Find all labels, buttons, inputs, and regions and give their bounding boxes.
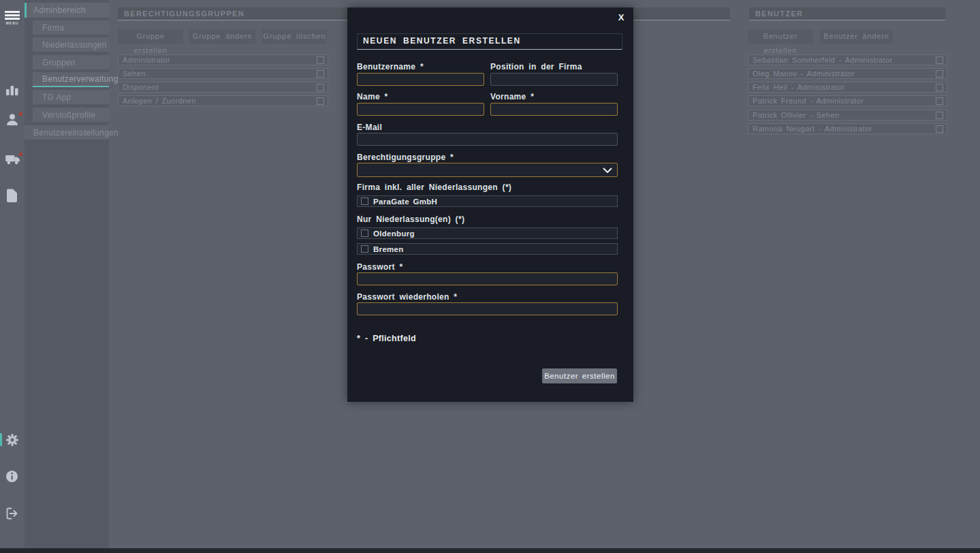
user-row-label: Sebastian Sommerfeld - Administrator bbox=[753, 56, 893, 64]
nav-item-label: Verstoßprofile bbox=[42, 110, 95, 120]
password-repeat-field[interactable] bbox=[357, 302, 618, 315]
group-row-label: Sehen bbox=[123, 69, 146, 78]
user-row-label: Patrick Freund - Administrator bbox=[753, 97, 864, 105]
edit-group-button[interactable]: Gruppe ändern bbox=[189, 29, 255, 44]
nav-item-label: Benutzerverwaltung bbox=[42, 74, 118, 84]
position-field[interactable] bbox=[490, 73, 618, 86]
nav-item-label: Benutzereinstellungen bbox=[33, 128, 118, 138]
nav-item-label: Adminbereich bbox=[33, 5, 86, 15]
username-field[interactable] bbox=[357, 73, 484, 86]
password-field[interactable] bbox=[357, 272, 618, 285]
icon-rail: MENU bbox=[0, 0, 25, 553]
nav-item-firma[interactable]: Firma bbox=[33, 20, 109, 35]
group-row-checkbox[interactable] bbox=[317, 57, 324, 64]
user-row-checkbox[interactable] bbox=[936, 112, 943, 119]
permission-group-select[interactable] bbox=[357, 163, 618, 177]
menu-button[interactable]: MENU bbox=[5, 11, 20, 25]
checkbox-label: ParaGate GmbH bbox=[373, 196, 437, 207]
hamburger-icon bbox=[5, 11, 20, 20]
email-label: E-Mail bbox=[357, 123, 382, 132]
user-row[interactable]: Sebastian Sommerfeld - Administrator bbox=[748, 54, 947, 65]
truck-notification-badge bbox=[19, 153, 22, 156]
group-row-label: Anlegen / Zuordnen bbox=[123, 97, 196, 105]
bar-chart-icon[interactable] bbox=[5, 83, 20, 98]
modal-title: NEUEN BENUTZER ERSTELLEN bbox=[357, 33, 622, 50]
info-icon[interactable] bbox=[5, 470, 20, 485]
nav-item-adminbereich[interactable]: Adminbereich bbox=[25, 3, 109, 18]
group-row[interactable]: Disponent bbox=[118, 82, 328, 93]
group-row[interactable]: Sehen bbox=[118, 68, 328, 79]
username-label: Benutzername * bbox=[357, 62, 424, 72]
create-user-modal: X NEUEN BENUTZER ERSTELLEN Benutzername … bbox=[347, 7, 633, 402]
group-row-checkbox[interactable] bbox=[317, 84, 324, 91]
user-icon[interactable] bbox=[5, 113, 20, 128]
email-field[interactable] bbox=[357, 133, 618, 146]
nav-item-benutzerverwaltung[interactable]: Benutzerverwaltung bbox=[33, 72, 109, 87]
document-icon[interactable] bbox=[5, 189, 20, 204]
checkbox[interactable] bbox=[361, 198, 368, 205]
admin-nav: Adminbereich Firma Niederlassungen Grupp… bbox=[25, 0, 109, 553]
user-row-checkbox[interactable] bbox=[936, 84, 943, 91]
firstname-field[interactable] bbox=[490, 103, 618, 116]
nav-item-label: Niederlassungen bbox=[42, 40, 107, 50]
user-row[interactable]: Oleg Manov - Administrator bbox=[748, 68, 947, 79]
close-icon[interactable]: X bbox=[618, 12, 625, 22]
nav-item-gruppen[interactable]: Gruppen bbox=[33, 55, 109, 69]
checkbox[interactable] bbox=[361, 245, 368, 253]
logout-icon[interactable] bbox=[5, 507, 20, 522]
user-row[interactable]: Patrick Freund - Administrator bbox=[748, 95, 947, 106]
delete-group-button[interactable]: Gruppe löschen bbox=[262, 29, 327, 44]
group-row-label: Administrator bbox=[123, 56, 170, 64]
branch-option-oldenburg[interactable]: Oldenburg bbox=[357, 227, 618, 239]
branch-option-bremen[interactable]: Bremen bbox=[357, 243, 618, 255]
password-label: Passwort * bbox=[357, 262, 402, 272]
edit-user-button[interactable]: Benutzer ändern bbox=[820, 29, 893, 44]
user-row-checkbox[interactable] bbox=[936, 57, 943, 64]
nav-item-label: TG App bbox=[42, 93, 72, 102]
group-row-checkbox[interactable] bbox=[317, 97, 324, 105]
user-row-label: Patrick Ollivier - Sehen bbox=[753, 111, 839, 119]
nav-item-label: Firma bbox=[42, 23, 64, 33]
nav-item-tg-app[interactable]: TG App bbox=[33, 90, 109, 104]
bottom-bar bbox=[0, 548, 980, 553]
menu-label: MENU bbox=[5, 21, 20, 25]
nav-item-label: Gruppen bbox=[42, 58, 76, 67]
group-row-label: Disponent bbox=[123, 83, 159, 91]
firstname-label: Vorname * bbox=[490, 92, 534, 101]
name-label: Name * bbox=[357, 92, 388, 101]
user-row-label: Felix Heil - Administrator bbox=[753, 83, 845, 91]
user-notification-badge bbox=[19, 112, 22, 116]
users-panel-title: BENUTZER bbox=[749, 7, 945, 20]
user-row[interactable]: Felix Heil - Administrator bbox=[748, 82, 947, 93]
nav-item-benutzereinstellungen[interactable]: Benutzereinstellungen bbox=[25, 125, 109, 140]
position-label: Position in der Firma bbox=[490, 62, 582, 72]
company-section-label: Firma inkl. aller Niederlassungen (*) bbox=[357, 183, 511, 192]
user-row-checkbox[interactable] bbox=[936, 97, 943, 105]
group-row-checkbox[interactable] bbox=[317, 70, 324, 78]
submit-create-user-button[interactable]: Benutzer erstellen bbox=[542, 368, 617, 383]
group-row[interactable]: Anlegen / Zuordnen bbox=[118, 95, 328, 106]
checkbox[interactable] bbox=[361, 230, 368, 237]
settings-active-indicator bbox=[0, 433, 2, 446]
required-note: * - Pflichtfeld bbox=[357, 334, 416, 343]
branch-section-label: Nur Niederlassung(en) (*) bbox=[357, 215, 464, 224]
permission-group-label: Berechtigungsgruppe * bbox=[357, 153, 454, 162]
password-repeat-label: Passwort wiederholen * bbox=[357, 292, 457, 302]
user-row[interactable]: Patrick Ollivier - Sehen bbox=[748, 110, 947, 121]
group-row[interactable]: Administrator bbox=[118, 54, 328, 65]
create-group-button[interactable]: Gruppe erstellen bbox=[118, 29, 183, 44]
gear-icon[interactable] bbox=[5, 433, 20, 448]
nav-item-niederlassungen[interactable]: Niederlassungen bbox=[33, 37, 109, 52]
nav-item-verstossprofile[interactable]: Verstoßprofile bbox=[33, 108, 109, 122]
checkbox-label: Oldenburg bbox=[373, 228, 415, 239]
user-row[interactable]: Ramona Neugart - Administrator bbox=[748, 123, 947, 134]
company-option-paragate[interactable]: ParaGate GmbH bbox=[357, 195, 618, 207]
name-field[interactable] bbox=[357, 103, 484, 116]
create-user-button[interactable]: Benutzer erstellen bbox=[748, 29, 813, 44]
checkbox-label: Bremen bbox=[373, 244, 404, 255]
user-row-checkbox[interactable] bbox=[936, 125, 943, 133]
user-row-checkbox[interactable] bbox=[936, 70, 943, 78]
chevron-down-icon bbox=[603, 168, 612, 174]
user-row-label: Ramona Neugart - Administrator bbox=[753, 125, 872, 133]
truck-icon[interactable] bbox=[5, 154, 20, 169]
